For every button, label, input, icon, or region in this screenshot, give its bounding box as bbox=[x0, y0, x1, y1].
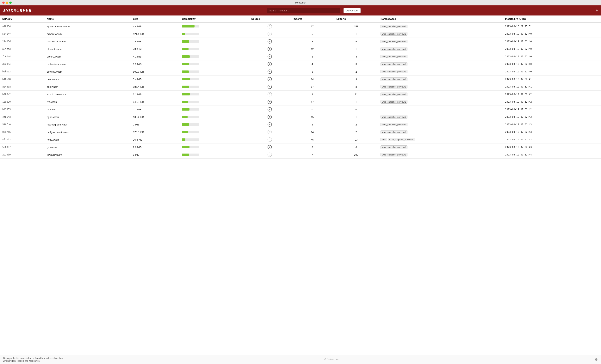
cell-sha: b16b18 bbox=[0, 76, 45, 83]
table-row[interactable]: 22dd5dbase64-cli.wasm2.4 MiB⊗85wasi_snap… bbox=[0, 38, 601, 45]
table-row[interactable]: bf2855fd.wasm2.2 MiB⊗002023-03-19 07:32:… bbox=[0, 106, 601, 113]
cell-exports: 0 bbox=[334, 106, 378, 113]
table-row[interactable]: 5563e7jyt.wasm2.9 MiB⊗86wasi_snapshot_pr… bbox=[0, 143, 601, 151]
complexity-bar-container bbox=[182, 123, 199, 126]
cell-source: ? bbox=[249, 128, 290, 136]
complexity-bar bbox=[182, 101, 188, 103]
namespace-tag: wasi_snapshot_preview1 bbox=[381, 47, 407, 51]
cell-name: jyt.wasm bbox=[45, 143, 131, 151]
cell-name: libwabt.wasm bbox=[45, 151, 131, 158]
cell-exports: 2 bbox=[334, 128, 378, 136]
namespace-tag: wasi_snapshot_preview1 bbox=[388, 138, 415, 141]
complexity-bar bbox=[182, 93, 190, 96]
table-row[interactable]: 2b19b9libwabt.wasm1 MiB?7200wasi_snapsho… bbox=[0, 151, 601, 158]
table-row[interactable]: b16b18dust.wasm3.4 MiB⊗143wasi_snapshot_… bbox=[0, 76, 601, 83]
table-row[interactable]: a48934spidermonkey.wasm4.4 MiB?17151wasi… bbox=[0, 22, 601, 30]
table-row[interactable]: a8fcadchkfont.wasm73.9 KiB↻121wasi_snaps… bbox=[0, 45, 601, 53]
cell-inserted-at: 2023-03-19 07:32:41 bbox=[503, 83, 601, 91]
cell-name: figlet.wasm bbox=[45, 113, 131, 121]
complexity-bar-container bbox=[182, 138, 199, 141]
source-unknown-icon: ? bbox=[268, 92, 272, 96]
table-row[interactable]: 55414fadvent.wasm121.1 KiB?51wasi_snapsh… bbox=[0, 30, 601, 38]
title-bar: Modsurfer bbox=[0, 0, 601, 5]
cell-inserted-at: 2023-03-19 07:32:40 bbox=[503, 60, 601, 68]
cell-sha: bf2855 bbox=[0, 106, 45, 113]
cell-complexity bbox=[180, 45, 249, 53]
cell-source: ? bbox=[249, 91, 290, 98]
cell-inserted-at: 2023-03-19 07:32:40 bbox=[503, 30, 601, 38]
cell-namespaces: wasi_snapshot_preview1 bbox=[378, 38, 503, 45]
cell-imports: 46 bbox=[290, 136, 334, 143]
complexity-bar bbox=[182, 138, 185, 141]
complexity-bar bbox=[182, 70, 189, 73]
add-module-button[interactable]: + bbox=[596, 9, 598, 12]
cell-source: ↻ bbox=[249, 113, 290, 121]
source-wapm-icon: ⊗ bbox=[268, 62, 272, 66]
search-input[interactable] bbox=[267, 8, 341, 13]
source-wapm-icon: ⊗ bbox=[268, 54, 272, 59]
cell-name: dust.wasm bbox=[45, 76, 131, 83]
cell-inserted-at: 2023-03-19 07:32:43 bbox=[503, 113, 601, 121]
advanced-button[interactable]: Advanced bbox=[343, 8, 361, 13]
cell-namespaces: wasi_snapshot_preview1 bbox=[378, 151, 503, 158]
cell-inserted-at: 2023-03-19 07:32:43 bbox=[503, 143, 601, 151]
cell-size: 2.2 MiB bbox=[131, 106, 180, 113]
table-row[interactable]: cfb54dfiglet.wasm105.4 KiB↻151wasi_snaps… bbox=[0, 113, 601, 121]
cell-inserted-at: 2023-03-19 07:32:40 bbox=[503, 45, 601, 53]
table-row[interactable]: b6b033cowsay.wasm808.7 KiB⊗82wasi_snapsh… bbox=[0, 68, 601, 76]
cell-source: ↻ bbox=[249, 98, 290, 106]
table-row[interactable]: 07a2b6hcl2json.wasi.wasm370.3 KiB?142was… bbox=[0, 128, 601, 136]
source-wapm-icon: ⊗ bbox=[268, 77, 272, 81]
source-wapm-icon: ⊗ bbox=[268, 145, 272, 149]
table-row[interactable]: 578fd0hashtag-gen.wasm2 MiB⊗52wasi_snaps… bbox=[0, 121, 601, 128]
cell-sha: b6b033 bbox=[0, 68, 45, 76]
cell-name: spidermonkey.wasm bbox=[45, 22, 131, 30]
complexity-bar-container bbox=[182, 25, 199, 28]
cell-size: 808.7 KiB bbox=[131, 68, 180, 76]
cell-sha: a48934 bbox=[0, 22, 45, 30]
maximize-button[interactable] bbox=[9, 1, 12, 4]
cell-namespaces: wasi_snapshot_preview1 bbox=[378, 45, 503, 53]
col-namespaces: Namespaces bbox=[378, 16, 503, 22]
complexity-bar-container bbox=[182, 116, 199, 118]
cell-inserted-at: 2023-03-19 07:32:40 bbox=[503, 68, 601, 76]
cell-complexity bbox=[180, 60, 249, 68]
cell-imports: 17 bbox=[290, 22, 334, 30]
cell-name: fd.wasm bbox=[45, 106, 131, 113]
cell-exports: 3 bbox=[334, 60, 378, 68]
table-row[interactable]: 4f1ab2hello.wasm26.6 KiB?4693envwasi_sna… bbox=[0, 136, 601, 143]
cell-namespaces: wasi_snapshot_preview1 bbox=[378, 91, 503, 98]
table-row[interactable]: d7d05ecode-stock.wasm1.9 MiB⊗43wasi_snap… bbox=[0, 60, 601, 68]
cell-inserted-at: 2023-03-19 07:32:43 bbox=[503, 121, 601, 128]
complexity-bar bbox=[182, 25, 195, 28]
cell-inserted-at: 2023-03-19 07:32:42 bbox=[503, 98, 601, 106]
table-body: a48934spidermonkey.wasm4.4 MiB?17151wasi… bbox=[0, 22, 601, 158]
cell-imports: 8 bbox=[290, 53, 334, 60]
cell-complexity bbox=[180, 76, 249, 83]
cell-complexity bbox=[180, 113, 249, 121]
cell-size: 26.6 KiB bbox=[131, 136, 180, 143]
cell-source: ? bbox=[249, 30, 290, 38]
complexity-bar-container bbox=[182, 86, 199, 88]
minimize-button[interactable] bbox=[6, 1, 8, 4]
namespace-tag: wasi_snapshot_preview1 bbox=[381, 62, 407, 66]
cell-complexity bbox=[180, 38, 249, 45]
complexity-bar-container bbox=[182, 55, 199, 58]
complexity-bar-container bbox=[182, 154, 199, 156]
source-wapm-icon: ⊗ bbox=[268, 85, 272, 89]
close-button[interactable] bbox=[2, 1, 5, 4]
cell-complexity bbox=[180, 128, 249, 136]
cell-size: 121.1 KiB bbox=[131, 30, 180, 38]
namespace-tag: env bbox=[381, 138, 387, 141]
cell-source: ? bbox=[249, 136, 290, 143]
table-row[interactable]: a048eaexa.wasm986.4 KiB⊗173wasi_snapshot… bbox=[0, 83, 601, 91]
cell-source: ⊗ bbox=[249, 121, 290, 128]
gear-icon[interactable]: ⚙ bbox=[595, 357, 598, 362]
modules-table-container: SHA256 Name Size Complexity Source Impor… bbox=[0, 16, 601, 355]
table-row[interactable]: fc60c4clicore.wasm4.1 MiB⊗83wasi_snapsho… bbox=[0, 53, 601, 60]
complexity-bar-container bbox=[182, 101, 199, 103]
cell-source: ⊗ bbox=[249, 38, 290, 45]
table-row[interactable]: b9b0e2exprtkcore.wasm2.1 MiB?931wasi_sna… bbox=[0, 91, 601, 98]
cell-complexity bbox=[180, 83, 249, 91]
table-row[interactable]: 1c9690f2c.wasm249.8 KiB↻171wasi_snapshot… bbox=[0, 98, 601, 106]
